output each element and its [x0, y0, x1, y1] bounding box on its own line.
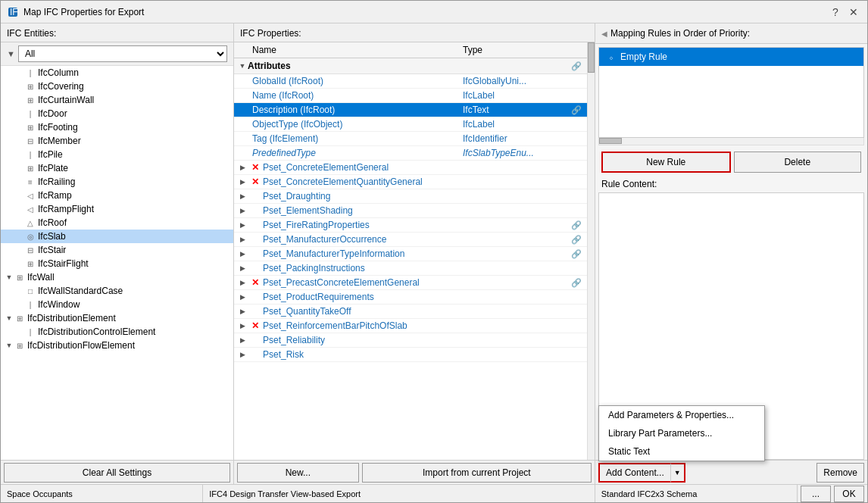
tree-item-ifcslab[interactable]: ◎ IfcSlab — [1, 230, 233, 243]
label-ifcstair: IfcStair — [38, 245, 66, 255]
expand-ifcmember[interactable] — [14, 136, 25, 146]
label-ifcramp: IfcRamp — [38, 190, 72, 201]
close-button[interactable]: ✕ — [846, 5, 861, 20]
prop-row-name[interactable]: Name (IfcRoot) IfcLabel — [234, 89, 587, 103]
ok-button[interactable]: OK — [834, 486, 864, 502]
expand-ifcslab[interactable] — [14, 231, 25, 242]
tree-item-ifcwallstandardcase[interactable]: □ IfcWallStandardCase — [1, 284, 233, 298]
new-button[interactable]: New... — [237, 463, 359, 483]
expand-ifccovering[interactable] — [14, 81, 25, 92]
mapping-arrow-icon: ◀ — [601, 30, 607, 38]
new-rule-button[interactable]: New Rule — [601, 152, 731, 173]
bottom-bar: Clear All Settings New... Import from cu… — [1, 460, 867, 484]
expand-ifcdistributionelement[interactable]: ▼ — [4, 313, 14, 323]
tree-item-ifccolumn[interactable]: | IfcColumn — [1, 66, 233, 80]
prop-row-predefinedtype[interactable]: PredefinedType IfcSlabTypeEnu... — [234, 146, 587, 161]
expand-ifcwall[interactable]: ▼ — [4, 272, 14, 283]
prop-row-pset-concretegen[interactable]: ▶ ✕ Pset_ConcreteElementGeneral — [234, 161, 587, 175]
tree-item-ifcwindow[interactable]: | IfcWindow — [1, 298, 233, 311]
entity-tree: | IfcColumn ⊞ IfcCovering ⊞ — [1, 66, 233, 460]
prop-row-globalid[interactable]: GlobalId (IfcRoot) IfcGloballyUni... — [234, 74, 587, 89]
prop-row-pset-manufacturertypeinfo[interactable]: ▶ Pset_ManufacturerTypeInformation 🔗 — [234, 247, 587, 261]
prop-group-attributes[interactable]: ▼ Attributes 🔗 — [234, 58, 587, 74]
left-panel: IFC Entities: ▼ All | IfcColumn — [1, 23, 234, 460]
tree-item-ifcdistributionfllowelement[interactable]: ▼ ⊞ IfcDistributionFlowElement — [1, 339, 233, 352]
prop-row-pset-risk[interactable]: ▶ Pset_Risk — [234, 348, 587, 362]
tree-item-ifcramp[interactable]: ◁ IfcRamp — [1, 189, 233, 202]
prop-row-pset-productrequirements[interactable]: ▶ Pset_ProductRequirements — [234, 290, 587, 305]
tree-item-ifcdistributioncontrolelement[interactable]: | IfcDistributionControlElement — [1, 325, 233, 339]
expand-attributes[interactable]: ▼ — [237, 61, 248, 71]
mid-scrollbar[interactable] — [587, 42, 595, 460]
tree-item-ifcpile[interactable]: | IfcPile — [1, 148, 233, 161]
prop-row-pset-manufacturerocc[interactable]: ▶ Pset_ManufacturerOccurrence 🔗 — [234, 233, 587, 247]
label-ifccurtainwall: IfcCurtainWall — [38, 95, 94, 105]
icon-ifccurtainwall: ⊞ — [25, 95, 36, 105]
expand-ifcrampflight[interactable] — [14, 204, 25, 214]
label-ifcdistributioncontrolelement: IfcDistributionControlElement — [38, 326, 155, 337]
tree-item-ifcfooting[interactable]: ⊞ IfcFooting — [1, 120, 233, 134]
tree-item-ifcdistributionelement[interactable]: ▼ ⊞ IfcDistributionElement — [1, 311, 233, 325]
tree-item-ifcrampflight[interactable]: ◁ IfcRampFlight — [1, 202, 233, 216]
icon-ifcdoor: | — [25, 108, 36, 119]
tree-item-ifcmember[interactable]: ⊟ IfcMember — [1, 134, 233, 148]
rule-item-empty[interactable]: ⬦ Empty Rule — [599, 48, 863, 66]
tree-item-ifcroof[interactable]: △ IfcRoof — [1, 216, 233, 230]
attributes-label: Attributes — [248, 61, 569, 71]
cancel-button[interactable]: ... — [801, 486, 831, 502]
prop-row-description[interactable]: Description (IfcRoot) IfcText 🔗 — [234, 103, 587, 117]
expand-ifcplate[interactable] — [14, 163, 25, 173]
prop-row-pset-reinforcementbarpitch[interactable]: ▶ ✕ Pset_ReinforcementBarPitchOfSlab — [234, 319, 587, 333]
add-content-arrow-button[interactable]: ▼ — [670, 463, 685, 483]
expand-ifcstairflight[interactable] — [14, 258, 25, 269]
tree-item-ifcplate[interactable]: ⊞ IfcPlate — [1, 161, 233, 175]
tree-item-ifccovering[interactable]: ⊞ IfcCovering — [1, 80, 233, 93]
entity-filter-select[interactable]: All — [18, 45, 227, 62]
remove-button[interactable]: Remove — [816, 463, 864, 483]
titlebar-controls: ? ✕ — [828, 5, 861, 20]
prop-row-pset-reliability[interactable]: ▶ Pset_Reliability — [234, 333, 587, 348]
expand-ifcramp[interactable] — [14, 190, 25, 201]
expand-ifcdoor[interactable] — [14, 108, 25, 119]
prop-row-tag[interactable]: Tag (IfcElement) IfcIdentifier — [234, 132, 587, 146]
icon-ifcpile: | — [25, 149, 36, 160]
prop-row-pset-precastconcretegen[interactable]: ▶ ✕ Pset_PrecastConcreteElementGeneral 🔗 — [234, 276, 587, 290]
tree-item-ifccurtainwall[interactable]: ⊞ IfcCurtainWall — [1, 93, 233, 107]
prop-row-pset-draughting[interactable]: ▶ Pset_Draughting — [234, 189, 587, 204]
import-button[interactable]: Import from current Project — [362, 463, 592, 483]
mid-panel-header: IFC Properties: — [234, 23, 595, 42]
expand-ifcdistributionfllowelement[interactable]: ▼ — [4, 340, 14, 351]
tree-item-ifcrailing[interactable]: ≡ IfcRailing — [1, 175, 233, 189]
dropdown-item-add-params[interactable]: Add Parameters & Properties... — [599, 406, 764, 424]
expand-ifcstair[interactable] — [14, 245, 25, 255]
tree-item-ifcstair[interactable]: ⊟ IfcStair — [1, 243, 233, 257]
expand-ifccurtainwall[interactable] — [14, 95, 25, 105]
expand-ifcpile[interactable] — [14, 149, 25, 160]
prop-row-pset-quantitytakeoff[interactable]: ▶ Pset_QuantityTakeOff — [234, 305, 587, 319]
icon-ifcmember: ⊟ — [25, 136, 36, 146]
right-hscrollbar[interactable] — [598, 138, 864, 145]
dropdown-item-library-params[interactable]: Library Part Parameters... — [599, 424, 764, 442]
expand-ifccolumn[interactable] — [14, 67, 25, 78]
prop-row-pset-elementshading[interactable]: ▶ Pset_ElementShading — [234, 204, 587, 218]
tree-item-ifcstairflight[interactable]: ⊞ IfcStairFlight — [1, 257, 233, 270]
expand-ifcroof[interactable] — [14, 217, 25, 228]
expand-ifcrailing[interactable] — [14, 177, 25, 187]
dropdown-item-static-text[interactable]: Static Text — [599, 442, 764, 461]
label-ifccolumn: IfcColumn — [38, 67, 79, 78]
help-button[interactable]: ? — [828, 5, 843, 20]
tree-item-ifcdoor[interactable]: | IfcDoor — [1, 107, 233, 120]
tree-item-ifcwall[interactable]: ▼ ⊞ IfcWall — [1, 270, 233, 284]
expand-ifcfooting[interactable] — [14, 122, 25, 133]
filter-icon: ▼ — [7, 49, 15, 58]
prop-row-objecttype[interactable]: ObjectType (IfcObject) IfcLabel — [234, 117, 587, 132]
add-content-button[interactable]: Add Content... — [598, 463, 670, 483]
delete-rule-button[interactable]: Delete — [734, 152, 862, 173]
label-ifcroof: IfcRoof — [38, 217, 67, 228]
clear-all-settings-button[interactable]: Clear All Settings — [4, 463, 230, 483]
prop-row-pset-fireratingprops[interactable]: ▶ Pset_FireRatingProperties 🔗 — [234, 218, 587, 233]
prop-row-pset-concretequantity[interactable]: ▶ ✕ Pset_ConcreteElementQuantityGeneral — [234, 175, 587, 189]
prop-row-pset-packinginstructions[interactable]: ▶ Pset_PackingInstructions — [234, 261, 587, 276]
icon-ifcwallstandardcase: □ — [25, 286, 36, 296]
add-content-dropdown: Add Parameters & Properties... Library P… — [598, 405, 765, 461]
